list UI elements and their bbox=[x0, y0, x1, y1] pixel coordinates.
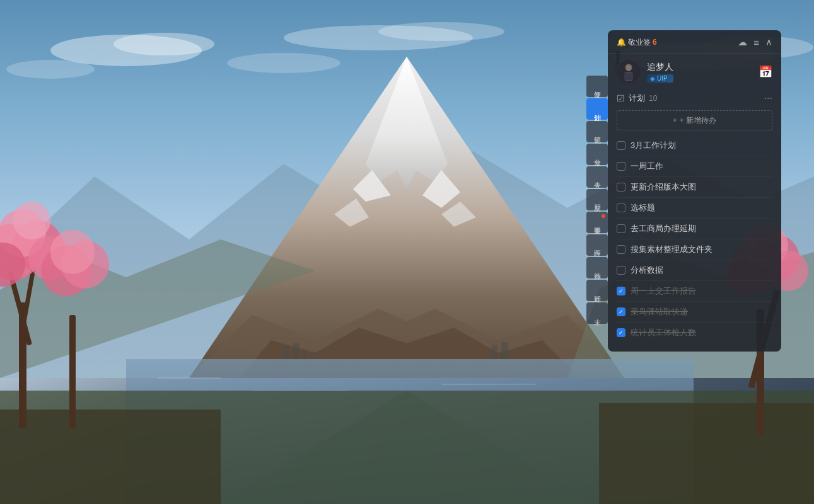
diamond-icon: ◆ bbox=[650, 75, 655, 82]
sidebar-item-daiban[interactable]: 待办 bbox=[586, 257, 608, 278]
plan-section: ☑ 计划 10 ··· + + 新增待办 3月工作计划一周工作更新介绍版本大图选… bbox=[608, 89, 781, 352]
main-panel: 🔔 敬业签 6 ☁ ≡ ∧ bbox=[608, 30, 781, 352]
notification-count: 6 bbox=[653, 38, 657, 47]
task-text: 一周工作 bbox=[631, 161, 772, 172]
panel-header: 🔔 敬业签 6 ☁ ≡ ∧ bbox=[608, 30, 781, 54]
sidebar-item-pengyou[interactable]: 朋友 bbox=[586, 189, 608, 210]
plus-icon: + bbox=[673, 116, 677, 125]
menu-icon[interactable]: ≡ bbox=[753, 37, 759, 48]
svg-point-4 bbox=[378, 22, 504, 41]
svg-rect-52 bbox=[501, 342, 508, 359]
task-text: 周一上交工作报告 bbox=[631, 285, 772, 297]
task-item[interactable]: 更新介绍版本大图 bbox=[617, 177, 772, 198]
svg-point-40 bbox=[50, 230, 95, 274]
task-text: 去工商局办理延期 bbox=[631, 223, 772, 234]
task-checkbox[interactable] bbox=[617, 287, 625, 295]
cloud-sync-icon[interactable]: ☁ bbox=[738, 37, 747, 48]
svg-rect-48 bbox=[284, 346, 289, 359]
vip-badge: ◆ UIP bbox=[647, 74, 673, 83]
checkbox-icon: ☑ bbox=[617, 93, 625, 103]
task-checkbox[interactable] bbox=[617, 141, 625, 150]
task-text: 3月工作计划 bbox=[631, 140, 772, 151]
task-text: 选标题 bbox=[631, 202, 772, 214]
svg-point-8 bbox=[227, 53, 340, 73]
svg-point-62 bbox=[626, 66, 631, 71]
task-checkbox[interactable] bbox=[617, 162, 625, 171]
sidebar-item-fenxiang[interactable]: 分享 bbox=[586, 144, 608, 165]
user-name: 追梦人 bbox=[647, 62, 673, 73]
sidebar-item-biji[interactable]: 笔记 bbox=[586, 121, 608, 142]
task-item[interactable]: 菜鸟驿站取快递 bbox=[617, 302, 772, 323]
svg-rect-37 bbox=[69, 315, 76, 428]
task-checkbox[interactable] bbox=[617, 224, 625, 233]
task-item[interactable]: 3月工作计划 bbox=[617, 135, 772, 156]
plan-label: 计划 bbox=[629, 93, 645, 104]
add-task-label: + 新增待办 bbox=[680, 115, 716, 126]
sidebar-item-mo[interactable]: 末 bbox=[586, 302, 608, 324]
app-title: 敬业签 bbox=[628, 37, 651, 48]
plan-header: ☑ 计划 10 ··· bbox=[608, 89, 781, 108]
task-checkbox[interactable] bbox=[617, 328, 625, 337]
side-navigation: 便签 计划 笔记 分享 今天 朋友 重要 医疗 待办 近期 末 bbox=[586, 76, 610, 324]
sidebar-item-bianzhan[interactable]: 便签 bbox=[586, 76, 608, 97]
task-checkbox[interactable] bbox=[617, 307, 625, 316]
sidebar-item-yiliao[interactable]: 医疗 bbox=[586, 234, 608, 256]
avatar-image bbox=[617, 60, 641, 84]
plan-count: 10 bbox=[649, 94, 657, 103]
task-item[interactable]: 周一上交工作报告 bbox=[617, 281, 772, 302]
notification-bell[interactable]: 🔔 敬业签 6 bbox=[617, 37, 657, 48]
add-task-button[interactable]: + + 新增待办 bbox=[617, 110, 772, 130]
svg-rect-63 bbox=[624, 72, 633, 80]
task-item[interactable]: 统计员工体检人数 bbox=[617, 323, 772, 343]
task-checkbox[interactable] bbox=[617, 266, 625, 275]
sidebar-item-jintian[interactable]: 今天 bbox=[586, 166, 608, 188]
sidebar-item-jinqi[interactable]: 近期 bbox=[586, 280, 608, 301]
calendar-icon[interactable]: 📅 bbox=[759, 65, 772, 79]
collapse-icon[interactable]: ∧ bbox=[765, 37, 772, 48]
user-info: 追梦人 ◆ UIP bbox=[617, 60, 673, 84]
task-text: 菜鸟驿站取快递 bbox=[631, 306, 772, 318]
task-checkbox[interactable] bbox=[617, 183, 625, 192]
svg-point-2 bbox=[113, 33, 214, 55]
task-text: 搜集素材整理成文件夹 bbox=[631, 244, 772, 255]
sidebar-item-zhongyao[interactable]: 重要 bbox=[586, 212, 608, 233]
user-row: 追梦人 ◆ UIP 📅 bbox=[608, 54, 781, 89]
plan-title: ☑ 计划 10 bbox=[617, 93, 657, 104]
bell-icon: 🔔 bbox=[617, 38, 626, 47]
task-checkbox[interactable] bbox=[617, 245, 625, 254]
svg-rect-49 bbox=[293, 343, 299, 359]
sidebar-item-jihua[interactable]: 计划 bbox=[586, 98, 608, 120]
svg-point-7 bbox=[6, 60, 95, 79]
task-checkbox[interactable] bbox=[617, 203, 625, 212]
task-item[interactable]: 搜集素材整理成文件夹 bbox=[617, 239, 772, 260]
task-item[interactable]: 去工商局办理延期 bbox=[617, 219, 772, 239]
svg-rect-50 bbox=[303, 350, 307, 359]
panel-header-actions: ☁ ≡ ∧ bbox=[738, 37, 772, 48]
task-item[interactable]: 一周工作 bbox=[617, 156, 772, 177]
more-options-icon[interactable]: ··· bbox=[764, 93, 772, 104]
svg-point-36 bbox=[13, 202, 50, 239]
avatar[interactable] bbox=[617, 60, 641, 84]
svg-rect-27 bbox=[599, 403, 814, 504]
task-text: 分析数据 bbox=[631, 265, 772, 276]
svg-rect-51 bbox=[492, 345, 497, 359]
vip-label: UIP bbox=[657, 75, 668, 82]
task-item[interactable]: 分析数据 bbox=[617, 260, 772, 281]
task-text: 更新介绍版本大图 bbox=[631, 181, 772, 193]
user-details: 追梦人 ◆ UIP bbox=[647, 62, 673, 83]
task-text: 统计员工体检人数 bbox=[631, 327, 772, 338]
task-list: 3月工作计划一周工作更新介绍版本大图选标题去工商局办理延期搜集素材整理成文件夹分… bbox=[608, 135, 781, 352]
svg-rect-26 bbox=[0, 410, 221, 504]
task-item[interactable]: 选标题 bbox=[617, 198, 772, 219]
